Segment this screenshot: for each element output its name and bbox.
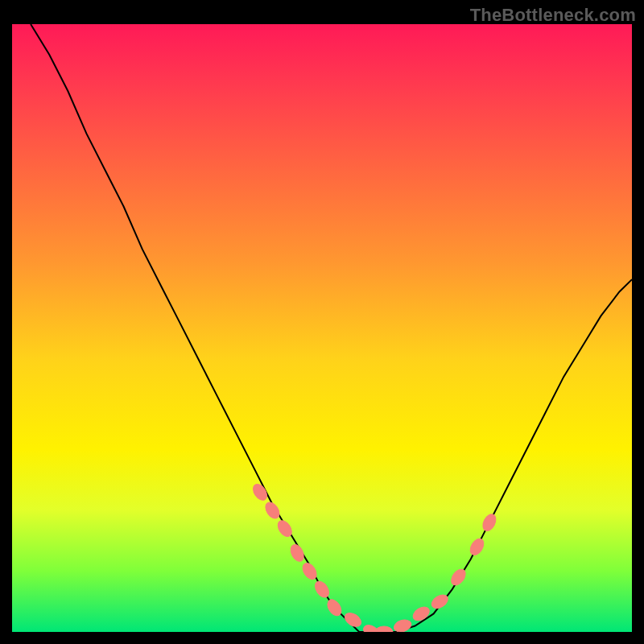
plot-svg — [12, 24, 632, 632]
marker-bead — [288, 543, 306, 564]
marker-bead — [312, 579, 332, 600]
marker-bead — [481, 512, 498, 533]
watermark: TheBottleneck.com — [470, 5, 636, 26]
marker-bead — [411, 605, 431, 624]
marker-bead — [375, 626, 393, 632]
marker-bead — [448, 567, 468, 588]
bottleneck-curve — [31, 24, 632, 632]
marker-bead — [262, 500, 282, 521]
marker-bead — [392, 617, 412, 632]
marker-bead — [468, 536, 486, 557]
marker-group — [250, 481, 498, 632]
chart-stage: TheBottleneck.com — [0, 0, 644, 644]
plot-area — [12, 24, 632, 632]
